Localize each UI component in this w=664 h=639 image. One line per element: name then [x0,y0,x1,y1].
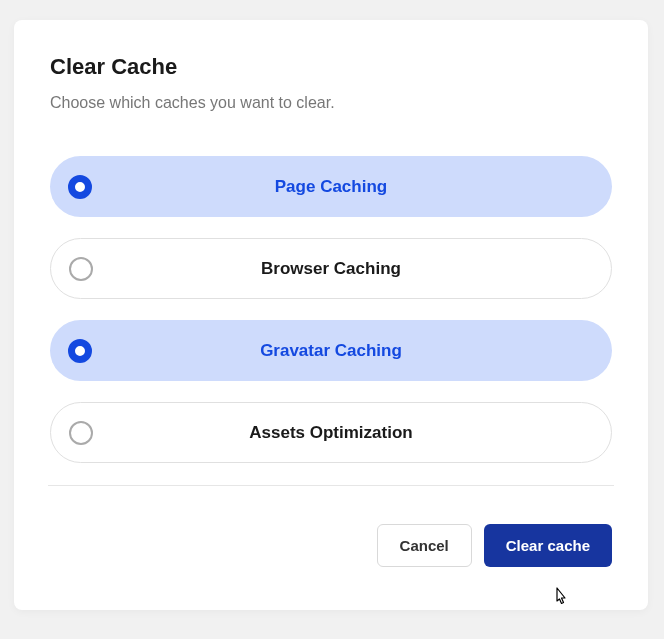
radio-icon [68,175,92,199]
option-page-caching[interactable]: Page Caching [50,156,612,217]
option-browser-caching[interactable]: Browser Caching [50,238,612,299]
option-label: Assets Optimization [51,423,611,443]
radio-icon [69,257,93,281]
modal-footer: Cancel Clear cache [50,524,612,567]
option-label: Browser Caching [51,259,611,279]
modal-subtitle: Choose which caches you want to clear. [50,94,612,112]
options-list: Page Caching Browser Caching Gravatar Ca… [50,156,612,463]
option-assets-optimization[interactable]: Assets Optimization [50,402,612,463]
divider [48,485,614,486]
clear-cache-button[interactable]: Clear cache [484,524,612,567]
clear-cache-modal: Clear Cache Choose which caches you want… [14,20,648,610]
option-gravatar-caching[interactable]: Gravatar Caching [50,320,612,381]
option-label: Page Caching [50,177,612,197]
option-label: Gravatar Caching [50,341,612,361]
radio-icon [68,339,92,363]
cancel-button[interactable]: Cancel [377,524,472,567]
modal-title: Clear Cache [50,54,612,80]
radio-icon [69,421,93,445]
